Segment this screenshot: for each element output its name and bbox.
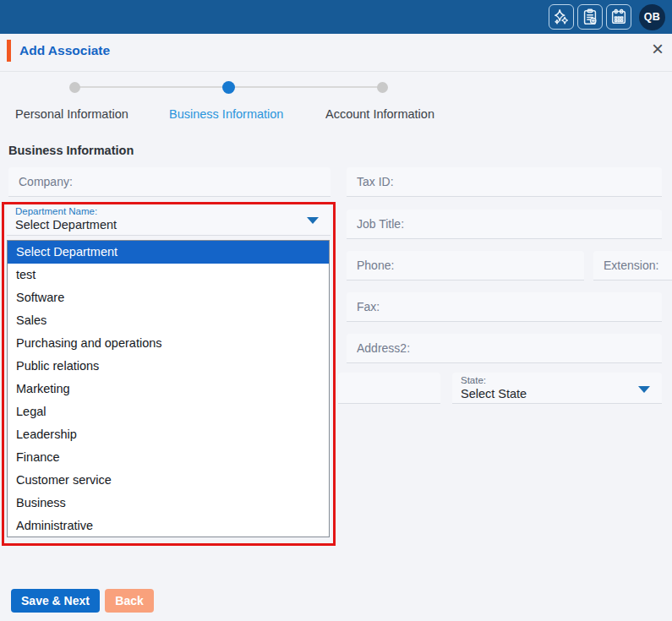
tab-business-information[interactable]: Business Information xyxy=(169,107,283,121)
step-dot-personal[interactable] xyxy=(69,82,80,93)
department-option[interactable]: Legal xyxy=(8,400,329,423)
chevron-down-icon xyxy=(307,217,319,224)
department-option[interactable]: Sales xyxy=(8,309,329,332)
department-option[interactable]: Select Department xyxy=(8,241,329,264)
page-title: Add Associate xyxy=(19,43,110,58)
section-heading: Business Information xyxy=(8,144,134,157)
state-value: Select State xyxy=(461,387,527,400)
department-option[interactable]: Administrative xyxy=(8,515,329,537)
job-title-field[interactable] xyxy=(347,210,662,239)
calendar-button[interactable] xyxy=(606,4,631,30)
step-dot-account[interactable] xyxy=(377,82,388,93)
city-field-fragment[interactable] xyxy=(338,373,440,404)
ai-sparkles-button[interactable] xyxy=(549,4,574,30)
department-option[interactable]: Marketing xyxy=(8,378,329,400)
department-option[interactable]: Customer service xyxy=(8,469,329,492)
department-select[interactable]: Department Name: Select Department xyxy=(7,204,331,236)
department-option[interactable]: Software xyxy=(8,286,329,309)
state-select[interactable]: State: Select State xyxy=(452,373,662,404)
tab-account-information[interactable]: Account Information xyxy=(325,107,434,121)
clipboard-add-icon xyxy=(581,8,599,26)
chevron-down-icon xyxy=(638,386,650,393)
clipboard-add-button[interactable] xyxy=(577,4,603,30)
company-field[interactable] xyxy=(8,167,331,197)
back-button[interactable]: Back xyxy=(105,589,154,613)
department-options-list: Select DepartmenttestSoftwareSalesPurcha… xyxy=(7,240,330,537)
tab-personal-information[interactable]: Personal Information xyxy=(15,107,128,121)
department-label: Department Name: xyxy=(15,206,97,216)
save-next-button[interactable]: Save & Next xyxy=(11,589,100,613)
department-option[interactable]: Finance xyxy=(8,446,329,469)
tax-id-field[interactable] xyxy=(347,167,662,197)
user-avatar[interactable]: QB xyxy=(639,4,665,30)
state-label: State: xyxy=(461,375,486,385)
add-associate-modal: QB Add Associate × Personal Information … xyxy=(0,0,672,621)
department-option[interactable]: Business xyxy=(8,492,329,515)
extension-field[interactable] xyxy=(593,251,672,281)
phone-field[interactable] xyxy=(347,251,584,281)
header-divider xyxy=(0,71,672,72)
top-navigation-bar: QB xyxy=(0,0,672,34)
title-accent-bar xyxy=(7,40,11,62)
sparkles-icon xyxy=(552,8,571,26)
fax-field[interactable] xyxy=(347,292,662,322)
department-option[interactable]: Leadership xyxy=(8,423,329,446)
address2-field[interactable] xyxy=(347,334,662,363)
department-option[interactable]: Public relations xyxy=(8,355,329,378)
close-icon[interactable]: × xyxy=(652,38,664,60)
step-dot-business[interactable] xyxy=(222,81,235,94)
department-value: Select Department xyxy=(15,218,117,232)
department-option[interactable]: Purchasing and operations xyxy=(8,332,329,355)
calendar-icon xyxy=(609,8,628,26)
department-option[interactable]: test xyxy=(8,264,329,286)
